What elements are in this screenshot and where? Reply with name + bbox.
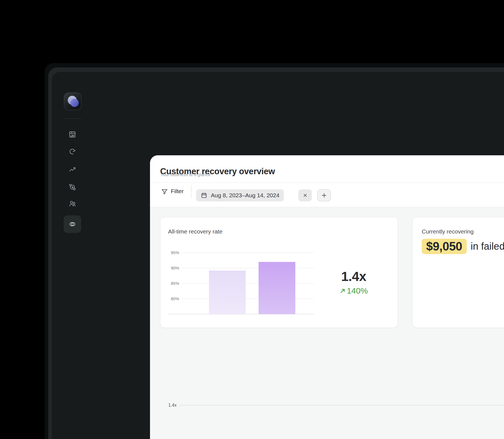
stat-value: 1.4x (328, 269, 379, 284)
card-title: Currently recovering (422, 228, 474, 235)
close-icon (302, 193, 308, 198)
sidebar-item-dashboard[interactable] (64, 126, 81, 143)
app-logo[interactable] (64, 92, 81, 110)
sidebar (52, 72, 98, 439)
workflow-icon (69, 183, 76, 191)
plus-icon (321, 192, 327, 199)
card-recovery-rate: All-time recovery rate 95%90%85%80% 1.4x… (160, 217, 398, 328)
card-currently-recovering: Currently recovering $9,050 in failed pa… (412, 217, 504, 328)
recovery-multiplier-area-chart: 1.4x1.2x1xAug 12Aug 14Aug 16Aug 20Aug 22 (159, 398, 504, 439)
stat-delta: 140% (328, 286, 379, 296)
app-window: Customer recovery overview Your business… (52, 72, 504, 439)
remove-date-filter-button[interactable] (298, 189, 312, 201)
filter-button[interactable]: Filter (171, 188, 184, 195)
filter-bar: Filter Aug 8, 2023–Aug 14, 2024 (150, 183, 504, 207)
content-panel: Customer recovery overview Your business… (150, 155, 504, 439)
recovering-amount-row: $9,050 in failed payments (422, 239, 504, 254)
sidebar-divider (64, 119, 81, 119)
page-subtitle: Your business at a glance (160, 172, 211, 177)
add-filter-button[interactable] (317, 189, 331, 201)
filter-icon (161, 188, 168, 195)
filter-divider (191, 185, 191, 198)
dashboard-icon (69, 131, 76, 138)
svg-text:1.4x: 1.4x (168, 403, 177, 407)
amount-suffix: in failed payments (471, 241, 504, 252)
stat-delta-value: 140% (347, 286, 368, 296)
svg-text:80%: 80% (171, 296, 179, 301)
dashboard-body: All-time recovery rate 95%90%85%80% 1.4x… (150, 207, 504, 439)
date-range-chip[interactable]: Aug 8, 2023–Aug 14, 2024 (196, 189, 284, 201)
recovery-rate-bar-chart: 95%90%85%80% (168, 248, 322, 317)
sidebar-item-automations[interactable] (64, 178, 81, 196)
recovery-rate-stat: 1.4x 140% (328, 269, 379, 296)
card-title: All-time recovery rate (168, 228, 222, 235)
sidebar-item-trends[interactable] (64, 161, 81, 178)
trend-up-icon (69, 166, 76, 173)
svg-text:90%: 90% (171, 266, 179, 270)
segments-icon (69, 220, 76, 228)
users-icon (69, 200, 76, 207)
sidebar-item-segments[interactable] (64, 215, 81, 233)
svg-text:85%: 85% (171, 281, 179, 286)
sidebar-item-performance[interactable] (64, 143, 81, 160)
sidebar-item-customers[interactable] (64, 195, 81, 212)
calendar-icon (200, 192, 208, 199)
date-range-text: Aug 8, 2023–Aug 14, 2024 (211, 192, 279, 199)
gauge-icon (69, 148, 76, 155)
amount-highlight: $9,050 (422, 239, 467, 254)
logo-swirl-blue (70, 99, 79, 107)
trend-arrow-icon (340, 288, 346, 294)
svg-text:95%: 95% (171, 250, 179, 255)
